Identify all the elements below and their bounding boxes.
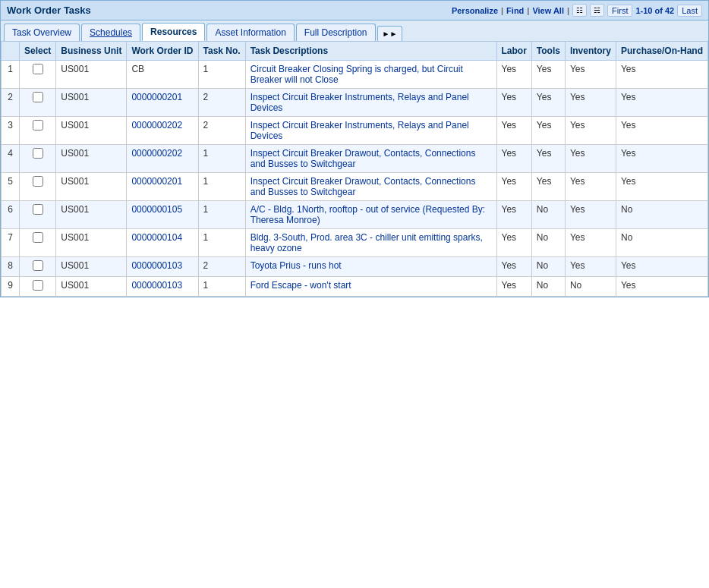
work-order-id-cell: CB <box>127 61 198 89</box>
col-select: Select <box>20 42 56 61</box>
title-bar: Work Order Tasks Personalize | Find | Vi… <box>0 0 709 20</box>
page-wrapper: Work Order Tasks Personalize | Find | Vi… <box>0 0 709 588</box>
purchase-cell: Yes <box>616 173 707 201</box>
business-unit-cell: US001 <box>56 145 127 173</box>
work-order-id-link[interactable]: 0000000103 <box>131 280 182 291</box>
select-cell[interactable] <box>20 173 56 201</box>
task-description-link[interactable]: Inspect Circuit Breaker Drawout, Contact… <box>251 148 476 169</box>
labor-cell: Yes <box>496 89 531 117</box>
inventory-cell: Yes <box>565 229 616 257</box>
task-description-link[interactable]: Circuit Breaker Closing Spring is charge… <box>251 64 463 85</box>
select-cell[interactable] <box>20 277 56 297</box>
inventory-cell: Yes <box>565 117 616 145</box>
tools-cell: Yes <box>531 89 565 117</box>
inventory-cell: No <box>565 277 616 297</box>
work-order-id-cell[interactable]: 0000000202 <box>127 145 198 173</box>
select-checkbox[interactable] <box>33 260 43 271</box>
row-number: 4 <box>2 145 20 173</box>
task-description-cell: Ford Escape - won't start <box>245 277 496 297</box>
view-all-link[interactable]: View All <box>532 6 564 15</box>
chart-icon-button[interactable]: ☵ <box>590 4 604 17</box>
select-checkbox[interactable] <box>33 280 43 291</box>
first-button[interactable]: First <box>607 5 632 17</box>
tools-cell: No <box>531 201 565 229</box>
select-cell[interactable] <box>20 61 56 89</box>
col-labor: Labor <box>496 42 531 61</box>
table-row: 2US00100000002012Inspect Circuit Breaker… <box>2 89 708 117</box>
tools-cell: Yes <box>531 117 565 145</box>
inventory-cell: Yes <box>565 173 616 201</box>
col-num <box>2 42 20 61</box>
select-cell[interactable] <box>20 257 56 277</box>
work-order-id-cell[interactable]: 0000000201 <box>127 173 198 201</box>
task-no-cell: 1 <box>198 61 245 89</box>
select-checkbox[interactable] <box>33 120 43 130</box>
purchase-cell: Yes <box>616 117 707 145</box>
work-order-id-link[interactable]: 0000000104 <box>131 232 182 243</box>
work-order-id-cell[interactable]: 0000000103 <box>127 277 198 297</box>
task-description-link[interactable]: Bldg. 3-South, Prod. area 3C - chiller u… <box>251 232 483 253</box>
col-business-unit: Business Unit <box>56 42 127 61</box>
row-number: 6 <box>2 201 20 229</box>
select-cell[interactable] <box>20 89 56 117</box>
work-order-id-cell[interactable]: 0000000105 <box>127 201 198 229</box>
labor-cell: Yes <box>496 61 531 89</box>
work-order-id-cell[interactable]: 0000000103 <box>127 257 198 277</box>
labor-cell: Yes <box>496 145 531 173</box>
select-cell[interactable] <box>20 229 56 257</box>
row-number: 9 <box>2 277 20 297</box>
select-cell[interactable] <box>20 145 56 173</box>
work-order-id-link[interactable]: 0000000202 <box>131 148 182 159</box>
task-description-link[interactable]: Inspect Circuit Breaker Drawout, Contact… <box>251 176 476 197</box>
work-order-id-link[interactable]: 0000000105 <box>131 204 182 215</box>
task-description-link[interactable]: Toyota Prius - runs hot <box>251 260 342 271</box>
task-description-cell: Inspect Circuit Breaker Drawout, Contact… <box>245 145 496 173</box>
work-order-id-link[interactable]: 0000000202 <box>131 120 182 130</box>
purchase-cell: Yes <box>616 257 707 277</box>
inventory-cell: Yes <box>565 61 616 89</box>
select-checkbox[interactable] <box>33 64 43 74</box>
more-tabs-icon[interactable]: ►► <box>377 26 403 41</box>
table-row: 7US00100000001041Bldg. 3-South, Prod. ar… <box>2 229 708 257</box>
labor-cell: Yes <box>496 173 531 201</box>
select-checkbox[interactable] <box>33 204 43 215</box>
toolbar: Personalize | Find | View All | ☷ ☵ Firs… <box>452 4 702 17</box>
task-description-link[interactable]: Ford Escape - won't start <box>251 280 351 291</box>
tab-asset-information[interactable]: Asset Information <box>206 24 294 41</box>
work-order-id-link[interactable]: 0000000201 <box>131 176 182 187</box>
grid-icon-button[interactable]: ☷ <box>572 4 587 17</box>
find-link[interactable]: Find <box>506 6 524 15</box>
task-description-link[interactable]: Inspect Circuit Breaker Instruments, Rel… <box>251 92 469 113</box>
business-unit-cell: US001 <box>56 229 127 257</box>
business-unit-cell: US001 <box>56 117 127 145</box>
inventory-cell: Yes <box>565 201 616 229</box>
table-row: 4US00100000002021Inspect Circuit Breaker… <box>2 145 708 173</box>
pagination-info: 1-10 of 42 <box>635 6 674 15</box>
select-checkbox[interactable] <box>33 232 43 243</box>
inventory-cell: Yes <box>565 257 616 277</box>
work-order-id-link[interactable]: 0000000103 <box>131 260 182 271</box>
work-order-id-link[interactable]: 0000000201 <box>131 92 182 102</box>
inventory-cell: Yes <box>565 89 616 117</box>
select-checkbox[interactable] <box>33 176 43 187</box>
task-no-cell: 2 <box>198 257 245 277</box>
tools-cell: No <box>531 229 565 257</box>
task-description-cell: Inspect Circuit Breaker Drawout, Contact… <box>245 173 496 201</box>
work-order-id-cell[interactable]: 0000000202 <box>127 117 198 145</box>
last-button[interactable]: Last <box>677 5 702 17</box>
personalize-link[interactable]: Personalize <box>452 6 498 15</box>
table-header-row: Select Business Unit Work Order ID Task … <box>2 42 708 61</box>
select-checkbox[interactable] <box>33 92 43 102</box>
select-checkbox[interactable] <box>33 148 43 159</box>
task-description-link[interactable]: Inspect Circuit Breaker Instruments, Rel… <box>251 120 469 141</box>
work-order-id-cell[interactable]: 0000000201 <box>127 89 198 117</box>
select-cell[interactable] <box>20 201 56 229</box>
work-order-id-cell[interactable]: 0000000104 <box>127 229 198 257</box>
select-cell[interactable] <box>20 117 56 145</box>
tab-resources[interactable]: Resources <box>142 23 205 41</box>
task-description-link[interactable]: A/C - Bldg. 1North, rooftop - out of ser… <box>251 204 485 225</box>
table-container: Select Business Unit Work Order ID Task … <box>0 41 709 297</box>
tab-schedules[interactable]: Schedules <box>81 24 140 41</box>
tab-full-description[interactable]: Full Description <box>296 24 376 41</box>
tab-task-overview[interactable]: Task Overview <box>4 24 80 41</box>
